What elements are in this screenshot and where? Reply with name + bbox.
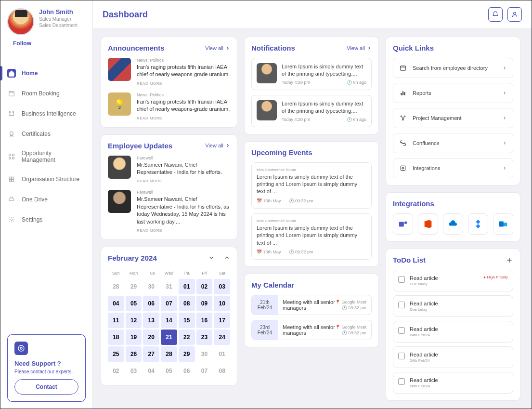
calendar-day[interactable]: 03 — [214, 279, 230, 294]
integration-outlook[interactable] — [493, 213, 513, 235]
calendar-day[interactable]: 12 — [126, 313, 142, 328]
todo-checkbox[interactable] — [398, 302, 405, 308]
nav-item-certificates[interactable]: Certificates — [0, 124, 92, 144]
quick-link-icon — [399, 64, 407, 72]
integration-teams[interactable] — [393, 213, 413, 235]
announcement-item[interactable]: News: Politics Iran's raging protests fi… — [108, 92, 230, 120]
event-item[interactable]: Mini Conference Room Lorem Ipsum is simp… — [251, 162, 372, 209]
calendar-day[interactable]: 30 — [143, 279, 159, 294]
quick-link-item[interactable]: Integrations — [393, 158, 513, 178]
read-more-link[interactable]: READ MORE — [137, 228, 230, 233]
mycal-item[interactable]: 21thFeb'24 Meeting with all senior manag… — [251, 295, 372, 315]
calendar-day[interactable]: 07 — [161, 296, 177, 311]
calendar-day[interactable]: 04 — [108, 296, 124, 311]
notification-item[interactable]: Lorem Ipsum is simply dummy text of the … — [251, 58, 372, 90]
calendar-day[interactable]: 11 — [108, 313, 124, 328]
integration-jira[interactable] — [468, 213, 488, 235]
todo-checkbox[interactable] — [398, 327, 405, 334]
calendar-day[interactable]: 05 — [161, 363, 177, 379]
announcements-view-all[interactable]: View all — [205, 45, 230, 51]
calendar-day[interactable]: 09 — [196, 296, 213, 311]
nav-item-opportunity-management[interactable]: Opportunity Management — [0, 144, 92, 169]
employee-update-item[interactable]: Farewell Mr.Sameer Nawani, Chief Represe… — [108, 190, 230, 233]
nav-item-one-drive[interactable]: One Drive — [0, 189, 92, 210]
calendar-prev[interactable] — [208, 254, 215, 261]
employee-update-item[interactable]: Farewell Mr.Sameer Nawani, Chief Represe… — [108, 156, 230, 184]
calendar-card: February 2024 SunMonTueWedThuFriSat28293… — [101, 247, 237, 386]
quick-link-item[interactable]: Reports — [393, 83, 513, 103]
quick-links-card: Quick Links Search from employee directo… — [386, 37, 520, 185]
calendar-day[interactable]: 26 — [126, 346, 142, 362]
employee-text: Mr.Sameer Nawani, Chief Representative -… — [137, 196, 230, 225]
todo-add-button[interactable] — [506, 256, 513, 264]
quick-link-item[interactable]: Confluence — [393, 133, 513, 153]
calendar-day[interactable]: 24 — [214, 330, 230, 345]
contact-button[interactable]: Contact — [14, 379, 78, 395]
read-more-link[interactable]: READ MORE — [137, 116, 230, 120]
calendar-day[interactable]: 21 — [161, 330, 177, 345]
calendar-day[interactable]: 15 — [179, 313, 195, 328]
read-more-link[interactable]: READ MORE — [137, 81, 230, 86]
calendar-day[interactable]: 28 — [161, 346, 177, 362]
avatar[interactable] — [7, 8, 34, 35]
calendar-day[interactable]: 06 — [143, 296, 159, 311]
announcement-item[interactable]: News: Politics Iran's raging protests fi… — [108, 58, 230, 86]
quick-link-item[interactable]: Search from employee directory — [393, 58, 513, 78]
calendar-day[interactable]: 06 — [179, 363, 195, 379]
calendar-day[interactable]: 04 — [143, 363, 159, 379]
notifications-view-all[interactable]: View all — [347, 45, 372, 51]
calendar-day[interactable]: 31 — [161, 279, 177, 294]
quick-link-item[interactable]: Project Management — [393, 108, 513, 128]
calendar-day[interactable]: 01 — [214, 346, 230, 362]
todo-item-sub: Due today — [410, 282, 479, 286]
user-button[interactable] — [507, 7, 522, 22]
calendar-day[interactable]: 10 — [214, 296, 230, 311]
calendar-day[interactable]: 29 — [179, 346, 195, 362]
calendar-day[interactable]: 08 — [179, 296, 195, 311]
chevron-right-icon — [502, 141, 507, 145]
nav-item-settings[interactable]: Settings — [0, 210, 92, 230]
calendar-next[interactable] — [223, 254, 230, 261]
calendar-day[interactable]: 23 — [196, 330, 213, 345]
nav-item-room-booking[interactable]: Room Booking — [0, 83, 92, 104]
calendar-day[interactable]: 27 — [143, 346, 159, 362]
calendar-day[interactable]: 25 — [108, 346, 124, 362]
read-more-link[interactable]: READ MORE — [137, 179, 230, 183]
integration-office[interactable] — [418, 213, 438, 235]
calendar-day[interactable]: 08 — [214, 363, 230, 379]
nav-icon — [7, 69, 16, 78]
calendar-day[interactable]: 22 — [179, 330, 195, 345]
nav-item-organisation-structure[interactable]: Organisation Structure — [0, 169, 92, 189]
calendar-day[interactable]: 02 — [108, 363, 124, 379]
calendar-day[interactable]: 13 — [143, 313, 159, 328]
calendar-day[interactable]: 20 — [143, 330, 159, 345]
mycal-item[interactable]: 23rdFeb'24 Meeting with all senior manag… — [251, 320, 372, 340]
integration-onedrive[interactable] — [443, 213, 463, 235]
calendar-day[interactable]: 03 — [126, 363, 142, 379]
nav-item-home[interactable]: Home — [0, 63, 92, 83]
calendar-day[interactable]: 02 — [196, 279, 213, 294]
todo-checkbox[interactable] — [398, 353, 405, 359]
calendar-day[interactable]: 05 — [126, 296, 142, 311]
event-item[interactable]: Mini Conference Room Lorem Ipsum is simp… — [251, 213, 372, 260]
employee-updates-view-all[interactable]: View all — [205, 143, 230, 148]
employee-text: Mr.Sameer Nawani, Chief Representative -… — [137, 161, 230, 176]
calendar-day[interactable]: 28 — [108, 279, 124, 294]
calendar-day[interactable]: 17 — [214, 313, 230, 328]
todo-checkbox[interactable] — [398, 378, 405, 385]
notifications-button[interactable] — [488, 7, 503, 22]
calendar-day[interactable]: 29 — [126, 279, 142, 294]
calendar-day[interactable]: 07 — [196, 363, 213, 379]
calendar-day[interactable]: 18 — [108, 330, 124, 345]
nav-item-business-intelligence[interactable]: Business Intelligence — [0, 104, 92, 124]
svg-rect-6 — [9, 154, 11, 156]
calendar-day[interactable]: 30 — [196, 346, 213, 362]
notification-item[interactable]: Lorem Ipsum is simply dummy text of the … — [251, 95, 372, 127]
calendar-day[interactable]: 01 — [179, 279, 195, 294]
calendar-day[interactable]: 16 — [196, 313, 213, 328]
mycal-date: 21thFeb'24 — [252, 295, 278, 315]
calendar-day[interactable]: 14 — [161, 313, 177, 328]
todo-checkbox[interactable] — [398, 276, 405, 283]
follow-link[interactable]: Follow — [0, 40, 92, 53]
calendar-day[interactable]: 19 — [126, 330, 142, 345]
